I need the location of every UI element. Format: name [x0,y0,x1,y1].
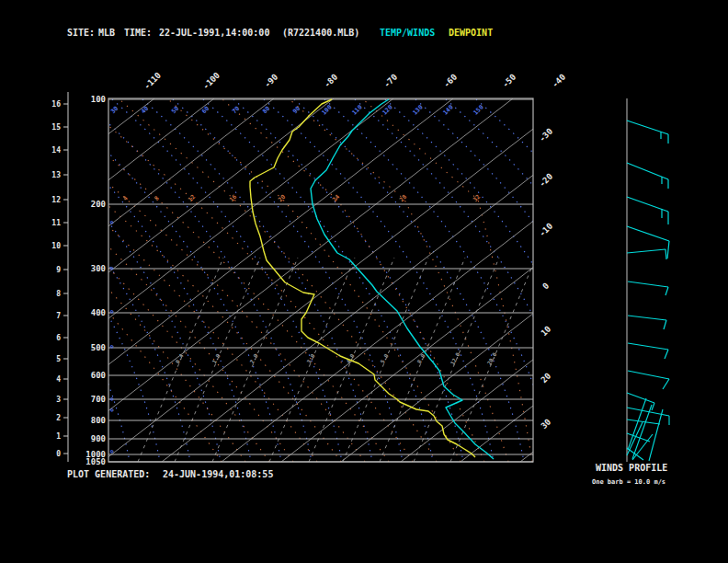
plot-generated-label: PLOT GENERATED: [67,469,150,479]
svg-text:4: 4 [121,194,129,201]
svg-text:0: 0 [540,281,551,291]
svg-text:7: 7 [56,312,61,320]
svg-text:1: 1 [56,432,61,441]
svg-text:o: o [108,395,115,402]
svg-text:800: 800 [91,416,106,425]
svg-text:900: 900 [91,434,106,443]
svg-text:-30: -30 [538,127,555,144]
svg-text:32: 32 [472,193,482,203]
svg-text:12: 12 [51,196,61,204]
svg-text:-20: -20 [538,172,555,190]
svg-text:80: 80 [261,105,271,115]
svg-text:8: 8 [56,290,61,298]
svg-text:100: 100 [91,95,106,104]
svg-text:8: 8 [153,194,160,201]
svg-text:2.0: 2.0 [248,352,259,364]
dry-adiabat-lines [0,99,706,462]
svg-text:30: 30 [109,105,119,115]
pressure-axis-labels: 10020030040050060070080090010001050 [85,95,106,466]
svg-text:16: 16 [51,100,61,109]
svg-text:200: 200 [91,200,106,209]
svg-text:15: 15 [51,123,61,132]
right-temperature-labels: -30-20-100102030 [538,127,555,431]
svg-text:40: 40 [140,105,150,115]
moist-adiabat-labels: 48121620242832 [121,193,482,203]
svg-text:6: 6 [56,334,61,342]
svg-text:500: 500 [91,343,106,352]
svg-text:90: 90 [291,105,301,115]
svg-text:50: 50 [170,105,180,115]
svg-text:9: 9 [56,266,61,274]
moist-adiabat-lines [0,99,532,462]
svg-text:1050: 1050 [85,457,106,466]
svg-text:24: 24 [331,193,341,203]
mixing-ratio-lines [138,258,536,462]
dewpoint-trace [250,99,475,457]
svg-text:5: 5 [56,355,61,363]
height-km-axis: 161514131211109876543210 [51,92,68,462]
svg-text:150: 150 [472,104,485,117]
winds-profile-title: WINDS PROFILE [596,463,667,473]
svg-text:110: 110 [351,104,364,117]
svg-text:12: 12 [187,193,197,203]
svg-text:300: 300 [91,264,106,273]
svg-text:400: 400 [91,308,106,317]
svg-text:0.4: 0.4 [174,352,185,364]
svg-text:-50: -50 [501,73,518,90]
svg-text:100: 100 [321,104,334,117]
svg-text:3.0: 3.0 [305,352,316,364]
svg-text:8.0: 8.0 [415,352,427,364]
svg-text:-80: -80 [323,73,340,90]
svg-text:o: o [108,447,115,454]
svg-text:11: 11 [51,219,61,227]
svg-text:130: 130 [412,104,425,117]
svg-text:5.0: 5.0 [379,352,390,364]
svg-text:1.0: 1.0 [210,352,222,364]
svg-text:4: 4 [56,375,61,384]
svg-text:30: 30 [540,418,553,431]
svg-text:o: o [108,307,115,315]
svg-text:-70: -70 [382,73,400,90]
svg-text:700: 700 [91,395,106,404]
svg-text:-90: -90 [263,73,280,90]
svg-text:-110: -110 [142,71,163,91]
svg-text:10: 10 [540,325,553,339]
skewt-app-window: { "header": { "site_label": "SITE:", "si… [0,0,728,563]
svg-text:3: 3 [56,396,61,404]
svg-text:10: 10 [51,242,61,250]
svg-text:60: 60 [200,105,210,115]
svg-text:13: 13 [51,171,61,179]
winds-barb-caption: One barb = 10.0 m/s [592,478,665,486]
svg-text:-60: -60 [442,73,460,90]
svg-text:16: 16 [228,193,238,203]
svg-text:14: 14 [51,146,61,155]
svg-text:120: 120 [381,104,394,117]
svg-text:2: 2 [56,414,61,422]
svg-text:28: 28 [398,193,408,203]
svg-text:o: o [108,342,115,350]
svg-text:600: 600 [91,371,106,380]
plot-generated-value: 24-JUN-1994,01:08:55 [163,469,273,479]
svg-text:20: 20 [277,193,287,203]
svg-text:-40: -40 [551,73,568,90]
svg-text:0: 0 [56,450,61,458]
svg-text:-10: -10 [538,222,555,239]
winds-profile [627,98,669,462]
top-temperature-labels: -110-100-90-80-70-60-50-40 [142,71,567,91]
svg-text:20: 20 [540,372,553,385]
svg-text:-100: -100 [201,71,222,91]
